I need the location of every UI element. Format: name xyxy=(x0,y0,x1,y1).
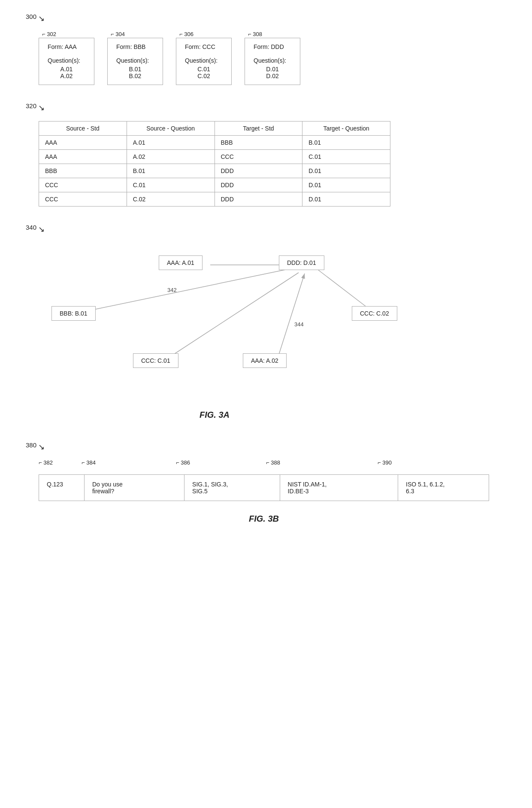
form-ddd-q1: D.01 xyxy=(254,66,291,73)
table-b-row: Q.123 Do you use firewall? SIG.1, SIG.3,… xyxy=(39,475,489,501)
section-320: 320 ↘ Source - Std Source - Question Tar… xyxy=(26,102,506,207)
cell-sig: SIG.1, SIG.3, SIG.5 xyxy=(184,475,280,501)
cell: C.01 xyxy=(127,178,215,192)
node-ccc-c01: CCC: C.01 xyxy=(133,353,178,368)
cell: B.01 xyxy=(302,136,390,150)
cell: CCC xyxy=(39,178,127,192)
ref-382: ⌐ 382 xyxy=(39,459,53,466)
cell: B.01 xyxy=(127,164,215,178)
form-bbb-q1: B.01 xyxy=(116,66,154,73)
form-aaa-title: Form: AAA xyxy=(48,43,85,50)
form-ddd-q2: D.02 xyxy=(254,73,291,79)
fig-3b-label: FIG. 3B xyxy=(39,514,489,524)
form-bbb-qlabel: Question(s): xyxy=(116,57,154,64)
form-aaa-q2: A.02 xyxy=(48,73,85,79)
cell-nist: NIST ID.AM-1, ID.BE-3 xyxy=(280,475,398,501)
section-380: 380 ↘ ⌐ 382 ⌐ 384 ⌐ 386 ⌐ 388 ⌐ 390 xyxy=(26,441,506,524)
node-aaa-a02: AAA: A.02 xyxy=(243,353,287,368)
diagram-svg: 342 344 xyxy=(39,243,390,406)
arrow-300: ↘ xyxy=(38,14,45,23)
form-ddd-qlabel: Question(s): xyxy=(254,57,291,64)
form-ccc-wrapper: ⌐ 306 Form: CCC Question(s): C.01 C.02 xyxy=(176,38,232,85)
label-320: 320 xyxy=(26,102,36,109)
ref-308: ⌐ 308 xyxy=(247,31,263,37)
ref-384: ⌐ 384 xyxy=(82,459,96,466)
cell: D.01 xyxy=(302,178,390,192)
svg-line-1 xyxy=(82,267,296,312)
ref-386: ⌐ 386 xyxy=(176,459,190,466)
form-bbb-wrapper: ⌐ 304 Form: BBB Question(s): B.01 B.02 xyxy=(107,38,163,85)
form-ccc-title: Form: CCC xyxy=(185,43,223,50)
cell: BBB xyxy=(39,164,127,178)
table-row: BBB B.01 DDD D.01 xyxy=(39,164,390,178)
form-aaa-qlabel: Question(s): xyxy=(48,57,85,64)
ref-304: ⌐ 304 xyxy=(110,31,126,37)
form-aaa-q1: A.01 xyxy=(48,66,85,73)
col-header-target-std: Target - Std xyxy=(215,122,302,136)
form-aaa-wrapper: ⌐ 302 Form: AAA Question(s): A.01 A.02 xyxy=(39,38,94,85)
form-bbb-title: Form: BBB xyxy=(116,43,154,50)
col-header-source-std: Source - Std xyxy=(39,122,127,136)
arrow-380: ↘ xyxy=(38,442,45,452)
ref-390: ⌐ 390 xyxy=(378,459,392,466)
table-row: CCC C.01 DDD D.01 xyxy=(39,178,390,192)
cell: AAA xyxy=(39,150,127,164)
svg-text:344: 344 xyxy=(294,321,304,328)
col-header-source-question: Source - Question xyxy=(127,122,215,136)
ref-306: ⌐ 306 xyxy=(178,31,194,37)
page: 300 ↘ ⌐ 302 Form: AAA Question(s): A.01 … xyxy=(0,0,532,808)
ref-302: ⌐ 302 xyxy=(41,31,57,37)
fig-3a-label: FIG. 3A xyxy=(39,410,390,420)
table-row: AAA A.02 CCC C.01 xyxy=(39,150,390,164)
cell-q123: Q.123 xyxy=(39,475,85,501)
cell: DDD xyxy=(215,164,302,178)
form-ddd: Form: DDD Question(s): D.01 D.02 xyxy=(245,38,300,85)
section-340: 340 ↘ xyxy=(26,224,506,420)
cell: A.01 xyxy=(127,136,215,150)
form-bbb: Form: BBB Question(s): B.01 B.02 xyxy=(107,38,163,85)
arrow-320: ↘ xyxy=(38,103,45,112)
svg-line-3 xyxy=(278,273,305,358)
label-340: 340 xyxy=(26,224,36,231)
node-aaa-a01: AAA: A.01 xyxy=(159,255,203,270)
section-300: 300 ↘ ⌐ 302 Form: AAA Question(s): A.01 … xyxy=(26,13,506,85)
form-ccc-q1: C.01 xyxy=(185,66,223,73)
col-header-target-question: Target - Question xyxy=(302,122,390,136)
node-bbb-b01: BBB: B.01 xyxy=(51,306,96,321)
label-300: 300 xyxy=(26,13,36,20)
cell: DDD xyxy=(215,178,302,192)
cell: DDD xyxy=(215,192,302,207)
table-row: AAA A.01 BBB B.01 xyxy=(39,136,390,150)
svg-text:342: 342 xyxy=(167,287,177,293)
form-aaa: Form: AAA Question(s): A.01 A.02 xyxy=(39,38,94,85)
ref-388: ⌐ 388 xyxy=(266,459,280,466)
form-ccc: Form: CCC Question(s): C.01 C.02 xyxy=(176,38,232,85)
form-ddd-wrapper: ⌐ 308 Form: DDD Question(s): D.01 D.02 xyxy=(245,38,300,85)
cell: C.02 xyxy=(127,192,215,207)
arrow-340: ↘ xyxy=(38,225,45,234)
table-row: CCC C.02 DDD D.01 xyxy=(39,192,390,207)
form-ccc-q2: C.02 xyxy=(185,73,223,79)
cell: CCC xyxy=(215,150,302,164)
diagram-container: 342 344 AAA: A.01 DDD: D.01 BBB: B.01 CC… xyxy=(39,243,390,406)
cell: AAA xyxy=(39,136,127,150)
forms-row: ⌐ 302 Form: AAA Question(s): A.01 A.02 ⌐… xyxy=(39,32,506,85)
node-ccc-c02: CCC: C.02 xyxy=(352,306,397,321)
node-ddd-d01: DDD: D.01 xyxy=(279,255,324,270)
cell: BBB xyxy=(215,136,302,150)
cell-firewall-question: Do you use firewall? xyxy=(84,475,184,501)
cell: D.01 xyxy=(302,164,390,178)
cell: CCC xyxy=(39,192,127,207)
form-bbb-q2: B.02 xyxy=(116,73,154,79)
cell: C.01 xyxy=(302,150,390,164)
form-ddd-title: Form: DDD xyxy=(254,43,291,50)
cell-iso: ISO 5.1, 6.1.2, 6.3 xyxy=(398,475,489,501)
label-380: 380 xyxy=(26,441,36,449)
table-b: Q.123 Do you use firewall? SIG.1, SIG.3,… xyxy=(39,474,489,501)
cell: A.02 xyxy=(127,150,215,164)
svg-line-2 xyxy=(167,273,299,358)
col-refs-row: ⌐ 382 ⌐ 384 ⌐ 386 ⌐ 388 ⌐ 390 xyxy=(39,459,489,466)
mapping-table: Source - Std Source - Question Target - … xyxy=(39,121,390,207)
cell: D.01 xyxy=(302,192,390,207)
form-ccc-qlabel: Question(s): xyxy=(185,57,223,64)
